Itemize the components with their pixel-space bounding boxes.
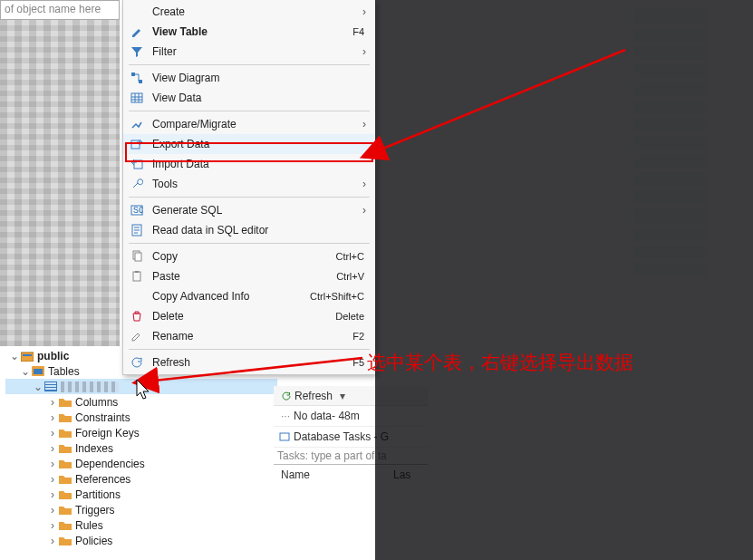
sql-editor-icon [129, 224, 145, 237]
svg-rect-17 [135, 253, 141, 261]
menu-view-diagram[interactable]: View Diagram [123, 68, 375, 88]
menu-filter[interactable]: Filter› [123, 42, 375, 62]
folder-icon [58, 458, 72, 470]
compare-icon [129, 118, 145, 130]
menu-separator [129, 243, 370, 244]
chevron-right-icon[interactable]: › [47, 411, 58, 424]
tree-indexes[interactable]: ›Indexes [5, 440, 277, 456]
expand-icon[interactable]: ⌄ [33, 381, 43, 393]
dropdown-icon[interactable]: ▾ [340, 390, 345, 402]
svg-rect-7 [45, 388, 56, 390]
refresh-button[interactable]: Refresh [277, 389, 336, 403]
chevron-right-icon[interactable]: › [47, 458, 58, 470]
annotation-text: 选中某个表，右键选择导出数据 [367, 350, 748, 375]
search-input[interactable]: of object name here [0, 0, 120, 20]
expand-icon[interactable]: ⌄ [9, 350, 20, 362]
folder-icon [58, 473, 72, 486]
svg-rect-10 [131, 93, 142, 102]
tree-references[interactable]: ›References [5, 471, 277, 487]
tools-icon [129, 178, 145, 190]
svg-rect-18 [133, 272, 140, 281]
menu-rename[interactable]: RenameF2 [123, 326, 375, 346]
trash-icon [129, 310, 145, 323]
folder-tables-icon [31, 365, 45, 378]
tasks-icon [279, 431, 290, 442]
diagram-icon [129, 72, 145, 84]
table-icon [43, 381, 58, 393]
overlay-dim [375, 0, 753, 560]
chevron-right-icon[interactable]: › [47, 442, 58, 455]
svg-rect-9 [139, 80, 142, 83]
folder-icon [58, 504, 72, 517]
paste-icon [129, 270, 145, 283]
tree-triggers[interactable]: ›Triggers [5, 502, 277, 517]
folder-icon [58, 396, 72, 409]
menu-separator [129, 197, 370, 198]
tree-foreign-keys[interactable]: ›Foreign Keys [5, 425, 277, 440]
svg-rect-3 [34, 369, 43, 374]
menu-delete[interactable]: DeleteDelete [123, 306, 375, 326]
menu-paste[interactable]: PasteCtrl+V [123, 266, 375, 286]
folder-icon [58, 427, 72, 439]
tree-label: Tables [48, 365, 80, 378]
refresh-icon [281, 391, 292, 401]
tree-rules[interactable]: ›Rules [5, 517, 277, 533]
svg-rect-0 [21, 352, 34, 362]
menu-create[interactable]: Create› [123, 2, 375, 22]
menu-view-data[interactable]: View Data [123, 88, 375, 108]
menu-export-data[interactable]: Export Data [123, 134, 375, 154]
chevron-right-icon[interactable]: › [47, 535, 58, 547]
tree-constraints[interactable]: ›Constraints [5, 410, 277, 425]
menu-generate-sql[interactable]: sqlGenerate SQL› [123, 200, 375, 220]
tree-policies[interactable]: ›Policies [5, 533, 277, 548]
chevron-right-icon: › [362, 5, 370, 18]
folder-icon [58, 519, 72, 532]
menu-separator [129, 349, 370, 350]
tree-dependencies[interactable]: ›Dependencies [5, 456, 277, 471]
svg-text:sql: sql [133, 204, 143, 216]
import-icon [129, 158, 145, 170]
filter-icon [129, 45, 145, 58]
folder-icon [58, 411, 72, 424]
grid-icon [129, 92, 145, 104]
refresh-icon [129, 356, 145, 369]
menu-separator [129, 64, 370, 65]
chevron-right-icon[interactable]: › [47, 473, 58, 486]
chevron-right-icon: › [362, 45, 370, 58]
menu-copy[interactable]: CopyCtrl+C [123, 246, 375, 266]
chevron-right-icon[interactable]: › [47, 396, 58, 409]
svg-rect-5 [45, 382, 56, 384]
menu-separator [129, 111, 370, 111]
chevron-right-icon[interactable]: › [47, 504, 58, 517]
menu-compare-migrate[interactable]: Compare/Migrate› [123, 114, 375, 134]
menu-tools[interactable]: Tools› [123, 174, 375, 194]
menu-view-table[interactable]: View TableF4 [123, 22, 375, 42]
redacted-table-name [61, 381, 119, 392]
chevron-right-icon[interactable]: › [47, 488, 58, 501]
menu-import-data[interactable]: Import Data [123, 154, 375, 174]
svg-rect-20 [280, 433, 289, 440]
expand-icon[interactable]: ⌄ [20, 365, 31, 378]
export-icon [129, 138, 145, 150]
chevron-right-icon[interactable]: › [47, 519, 58, 532]
svg-rect-12 [134, 160, 142, 169]
menu-read-sql-editor[interactable]: Read data in SQL editor [123, 220, 375, 240]
app: of object name here ⌄ public ⌄ Tables ⌄ … [0, 0, 753, 560]
cursor-icon [136, 379, 152, 401]
redacted-tree-area [0, 20, 120, 346]
svg-rect-6 [45, 385, 56, 387]
folder-icon [58, 535, 72, 547]
copy-icon [129, 250, 145, 263]
context-menu: Create› View TableF4 Filter› View Diagra… [122, 0, 376, 375]
menu-refresh[interactable]: RefreshF5 [123, 352, 375, 372]
menu-copy-advanced[interactable]: Copy Advanced InfoCtrl+Shift+C [123, 286, 375, 306]
tree-label: public [37, 350, 69, 362]
svg-rect-11 [131, 140, 140, 149]
schema-icon [20, 350, 34, 362]
chevron-right-icon[interactable]: › [47, 427, 58, 439]
svg-rect-1 [23, 354, 32, 356]
tree-partitions[interactable]: ›Partitions [5, 487, 277, 502]
sql-icon: sql [129, 204, 145, 217]
folder-icon [58, 442, 72, 455]
rename-icon [129, 330, 145, 343]
